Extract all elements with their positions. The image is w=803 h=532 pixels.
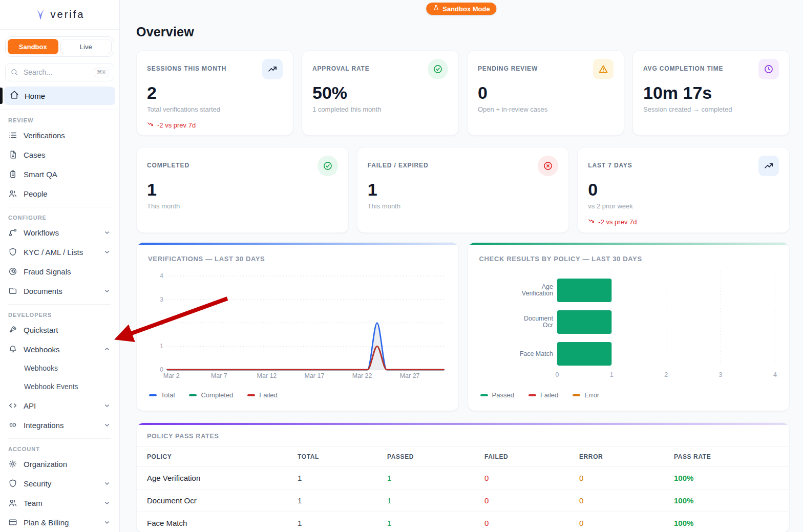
chevron-down-icon [103,518,111,526]
shield-icon [8,479,17,488]
stat-card-sessions-this-month: SESSIONS THIS MONTH 2 Total verification… [136,50,293,136]
sidebar-item-label: Home [25,92,45,100]
chevron-down-icon [103,479,111,487]
sidebar-item-documents[interactable]: Documents [0,281,119,301]
stat-card-avg-completion-time: AVG COMPLETION TIME 10m 17s Session crea… [632,50,790,136]
trending-down-icon [588,217,596,226]
chart-legend: Total Completed Failed [149,391,278,399]
section-label-developers: DEVELOPERS [8,312,111,318]
sidebar-item-home[interactable]: Home [4,87,115,105]
brand: verifa [0,0,119,30]
charts-row: VERIFICATIONS — LAST 30 DAYS 01234Mar 2M… [136,242,790,411]
divider [8,438,111,439]
sidebar-item-team[interactable]: Team [0,493,119,513]
sidebar-item-organization[interactable]: Organization [0,454,119,474]
stats-row-2: COMPLETED 1 This month FAILED / EXPIRED … [136,147,790,233]
svg-text:2: 2 [664,371,668,378]
sidebar-item-verifications[interactable]: Verifications [0,125,119,145]
table-row: Document Ocr 1 1 0 0 100% [137,490,789,512]
chevron-down-icon [103,248,111,256]
chart-title: VERIFICATIONS — LAST 30 DAYS [148,255,265,263]
users-icon [8,498,17,507]
trending-up-icon [758,156,779,176]
alert-triangle-icon [593,59,614,79]
svg-text:Mar 12: Mar 12 [257,372,277,379]
sandbox-toggle-button[interactable]: Sandbox [8,39,58,54]
bar-chart: 01234AgeVerificationDocumentOcrFace Matc… [468,243,790,411]
policy-pass-rates-table: POLICY TOTAL PASSED FAILED ERROR PASS RA… [137,447,789,532]
clipboard-icon [8,169,17,179]
table-header-row: POLICY TOTAL PASSED FAILED ERROR PASS RA… [137,447,789,467]
line-chart: 01234Mar 2Mar 7Mar 12Mar 17Mar 22Mar 27 [137,243,458,411]
chart-title: CHECK RESULTS BY POLICY — LAST 30 DAYS [479,255,642,263]
chevron-up-icon [103,345,111,353]
divider [0,110,119,110]
svg-text:0: 0 [555,371,559,378]
svg-text:Mar 22: Mar 22 [352,372,372,379]
sidebar-item-plan-billing[interactable]: Plan & Billing [0,513,119,532]
stat-card-last-7-days: LAST 7 DAYS 0 vs 2 prior week -2 vs prev… [577,147,790,233]
svg-text:Mar 2: Mar 2 [163,372,180,379]
sidebar-item-fraud-signals[interactable]: Fraud Signals [0,262,119,281]
sidebar: verifa Sandbox Live ⌘K Home REVIEW Verif… [0,0,120,532]
rocket-icon [8,325,17,334]
card-accent-bar [137,423,789,425]
sidebar-item-quickstart[interactable]: Quickstart [0,320,119,339]
file-icon [8,150,17,159]
users-icon [8,189,17,198]
sidebar-item-api[interactable]: API [0,396,119,415]
chevron-down-icon [103,228,111,237]
legend-item: Failed [529,391,558,399]
shield-icon [8,247,17,257]
svg-text:2: 2 [160,319,163,326]
divider [8,207,111,207]
sidebar-subitem-webhook-events[interactable]: Webhook Events [0,377,119,396]
sidebar-item-people[interactable]: People [0,184,119,203]
chart-legend: Passed Failed Error [480,391,600,399]
home-icon [10,90,19,101]
legend-item: Completed [189,391,233,399]
stats-row-1: SESSIONS THIS MONTH 2 Total verification… [136,50,790,136]
flask-icon [433,5,439,13]
table-row: Face Match 1 1 0 0 100% [137,512,789,532]
stat-card-completed: COMPLETED 1 This month [136,147,349,233]
sidebar-subitem-webhooks[interactable]: Webhooks [0,359,119,377]
verifa-logo-icon [35,8,46,22]
fingerprint-icon [8,267,17,276]
legend-item: Error [573,391,599,399]
x-circle-icon [538,156,558,176]
search-shortcut-badge: ⌘K [94,68,109,77]
live-toggle-button[interactable]: Live [60,39,112,54]
check-circle-icon [318,156,338,176]
check-results-bar-chart-card: CHECK RESULTS BY POLICY — LAST 30 DAYS 0… [468,242,790,411]
sidebar-item-integrations[interactable]: Integrations [0,415,119,435]
list-icon [8,131,17,140]
svg-text:Face Match: Face Match [519,350,553,357]
workflow-icon [8,228,17,237]
sidebar-item-smart-qa[interactable]: Smart QA [0,164,119,184]
svg-text:1: 1 [160,343,163,350]
bell-icon [8,345,17,354]
clock-icon [758,59,779,79]
section-label-configure: CONFIGURE [8,215,111,221]
search-input[interactable] [23,68,90,77]
svg-text:3: 3 [160,296,163,303]
sidebar-item-cases[interactable]: Cases [0,145,119,164]
policy-pass-rates-card: POLICY PASS RATES POLICY TOTAL PASSED FA… [136,422,790,532]
sidebar-item-workflows[interactable]: Workflows [0,223,119,242]
verifications-line-chart-card: VERIFICATIONS — LAST 30 DAYS 01234Mar 2M… [136,242,459,411]
divider [8,304,111,305]
table-title: POLICY PASS RATES [137,423,789,447]
search-box[interactable]: ⌘K [5,63,114,81]
section-label-review: REVIEW [8,117,111,123]
svg-text:Mar 27: Mar 27 [400,372,420,379]
sidebar-item-kyc-aml-lists[interactable]: KYC / AML / Lists [0,242,119,262]
sidebar-item-security[interactable]: Security [0,474,119,493]
code-icon [8,401,17,410]
link-icon [8,420,17,430]
legend-item: Passed [480,391,514,399]
check-circle-icon [428,59,448,79]
chevron-down-icon [103,421,111,429]
sidebar-item-webhooks[interactable]: Webhooks [0,339,119,359]
trending-down-icon [147,120,155,130]
